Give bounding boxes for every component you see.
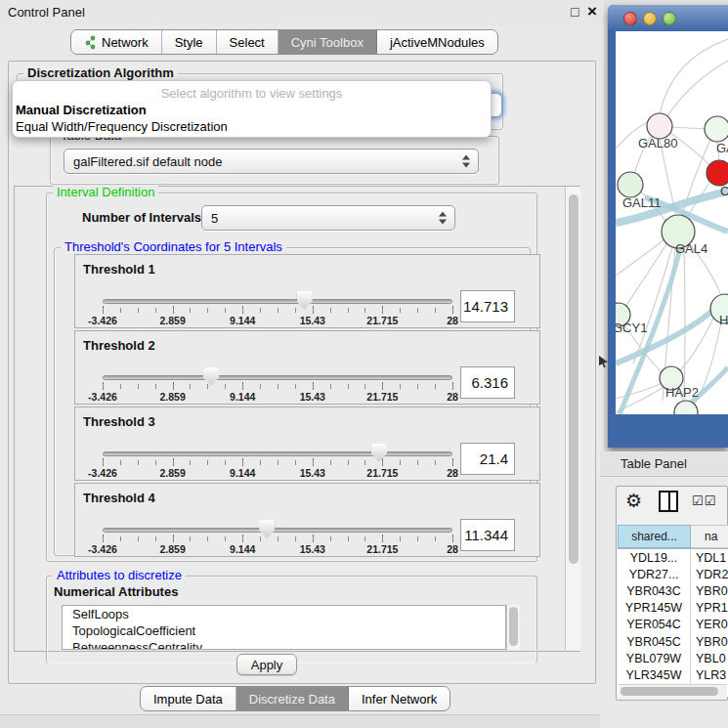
cell: YDL1 xyxy=(691,549,728,566)
cell: YBL079W xyxy=(618,650,691,666)
node-red-selected[interactable] xyxy=(707,160,728,186)
node-label-gal11: GAL11 xyxy=(622,195,662,210)
column-header-shared-name[interactable]: shared... xyxy=(618,525,691,548)
threshold-1-value-field[interactable]: 14.713 xyxy=(460,290,515,322)
threshold-4-label: Threshold 4 xyxy=(83,491,155,505)
float-panel-icon[interactable]: □ xyxy=(571,4,578,20)
column-layout-icon[interactable] xyxy=(659,491,678,512)
node-table: shared... na YDL19...YDL1 YDR27...YDR2 Y… xyxy=(618,525,728,697)
threshold-4-value-field[interactable]: 11.344 xyxy=(460,519,515,551)
control-panel-titlebar: Control Panel □ × xyxy=(0,0,604,25)
node-gal11[interactable] xyxy=(618,172,643,197)
tick-label: 21.715 xyxy=(366,315,398,326)
tab-style-label: Style xyxy=(175,35,203,50)
network-canvas[interactable]: GAL80 GA C GAL11 GAL4 GCY1 H HAP2 xyxy=(616,31,728,414)
tick-label: -3.426 xyxy=(88,315,117,326)
numerical-attributes-list[interactable]: SelfLoops TopologicalCoefficient Between… xyxy=(62,605,506,650)
table-row[interactable]: YBL079WYBL0 xyxy=(618,650,728,666)
tab-select[interactable]: Select xyxy=(217,30,278,54)
gear-icon[interactable]: ⚙ xyxy=(625,490,642,512)
tab-style[interactable]: Style xyxy=(162,30,217,54)
list-item[interactable]: SelfLoops xyxy=(63,606,505,622)
tick-label: 15.43 xyxy=(300,467,325,479)
network-icon xyxy=(84,35,97,50)
table-row[interactable]: YDR27...YDR2 xyxy=(618,566,728,582)
threshold-2-value-field[interactable]: 6.316 xyxy=(460,366,515,399)
settings-scrollbar[interactable] xyxy=(565,187,580,651)
column-header-name[interactable]: na xyxy=(691,525,728,548)
number-of-intervals-label: Number of Intervals xyxy=(82,210,201,225)
tab-impute-data[interactable]: Impute Data xyxy=(141,687,236,710)
close-traffic-light[interactable] xyxy=(623,12,637,25)
threshold-3-value-field[interactable]: 21.4 xyxy=(460,443,515,475)
network-view-window: GAL80 GA C GAL11 GAL4 GCY1 H HAP2 xyxy=(608,5,728,448)
table-data-combobox[interactable]: galFiltered.sif default node xyxy=(64,149,479,174)
tick-label: 2.859 xyxy=(159,315,185,326)
tab-cyni-toolbox[interactable]: Cyni Toolbox xyxy=(278,30,377,54)
network-window-titlebar[interactable] xyxy=(608,5,728,31)
tick-label: 15.43 xyxy=(300,391,325,403)
cell: YPR145W xyxy=(618,600,691,617)
tick-label: 21.715 xyxy=(366,467,398,479)
bottom-tab-bar: Impute Data Discretize Data Infer Networ… xyxy=(140,686,450,711)
tick-label: 2.859 xyxy=(159,391,185,403)
option-manual-discretization[interactable]: Manual Discretization xyxy=(16,103,147,117)
zoom-traffic-light[interactable] xyxy=(663,12,676,25)
node-label-gal80: GAL80 xyxy=(638,136,677,150)
cell: YDL19... xyxy=(618,549,691,566)
tick-label: 15.43 xyxy=(300,315,325,326)
tick-label: 28 xyxy=(447,315,458,326)
table-row[interactable]: YPR145WYPR1 xyxy=(618,600,728,617)
discretization-algorithm-label: Discretization Algorithm xyxy=(23,65,178,80)
option-equal-width-frequency[interactable]: Equal Width/Frequency Discretization xyxy=(16,119,228,134)
threshold-4-slider-thumb[interactable] xyxy=(259,520,275,538)
table-panel-title: Table Panel xyxy=(621,456,687,471)
threshold-3-slider-thumb[interactable] xyxy=(371,444,387,462)
threshold-2-label: Threshold 2 xyxy=(83,338,155,353)
table-panel-header: Table Panel xyxy=(600,451,728,477)
list-item[interactable]: BetweennessCentrality xyxy=(63,639,505,650)
table-row[interactable]: YER054CYER0 xyxy=(618,617,728,633)
tab-discretize-data[interactable]: Discretize Data xyxy=(236,687,349,710)
cell: YDR2 xyxy=(691,566,728,582)
node-label-cut: GA xyxy=(716,141,728,155)
threshold-1-slider-thumb[interactable] xyxy=(297,291,313,310)
table-row[interactable]: YDL19...YDL1 xyxy=(618,549,728,566)
tick-label: -3.426 xyxy=(88,391,117,403)
attributes-group-label: Attributes to discretize xyxy=(53,568,186,582)
threshold-2-slider-thumb[interactable] xyxy=(203,367,219,386)
attributes-list-scrollbar[interactable] xyxy=(506,605,520,650)
table-row[interactable]: YBR045CYBR0 xyxy=(618,633,728,650)
cell: YBR0 xyxy=(691,582,728,599)
threshold-3-label: Threshold 3 xyxy=(83,414,155,429)
minimize-traffic-light[interactable] xyxy=(643,12,657,25)
tab-jactivemnodules[interactable]: jActiveMNodules xyxy=(377,30,497,54)
network-graph: GAL80 GA C GAL11 GAL4 GCY1 H HAP2 xyxy=(616,31,728,414)
node-top-right[interactable] xyxy=(705,116,728,142)
select-columns-checkboxes-icon[interactable]: ☑☑ xyxy=(692,493,716,508)
tab-select-label: Select xyxy=(230,35,265,50)
cell: YBR045C xyxy=(618,633,691,650)
settings-scrollview: Interval Definition Number of Intervals … xyxy=(14,186,580,652)
close-panel-icon[interactable]: × xyxy=(587,2,597,21)
apply-button[interactable]: Apply xyxy=(236,654,297,675)
table-row[interactable]: YBR043CYBR0 xyxy=(618,582,728,599)
tab-network[interactable]: Network xyxy=(71,30,162,54)
tick-label: 2.859 xyxy=(159,543,185,555)
node-label-cut: C xyxy=(720,184,728,198)
table-header-row: shared... na xyxy=(618,525,728,549)
slider-scale-labels: -3.426 2.859 9.144 15.43 21.715 28 xyxy=(103,391,452,403)
tick-label: 28 xyxy=(447,543,458,555)
tick-label: 28 xyxy=(447,467,458,479)
table-horizontal-scrollbar[interactable] xyxy=(619,684,727,697)
cell: YER0 xyxy=(691,617,728,633)
table-row[interactable]: YLR345WYLR3 xyxy=(618,666,728,683)
tick-label: 9.144 xyxy=(230,543,255,555)
tab-infer-network[interactable]: Infer Network xyxy=(349,687,450,710)
bottom-strip xyxy=(0,715,604,728)
node-label-cut: H xyxy=(719,313,728,327)
list-item[interactable]: TopologicalCoefficient xyxy=(63,622,505,639)
tick-label: -3.426 xyxy=(88,467,117,479)
node-label-hap2: HAP2 xyxy=(665,385,699,400)
number-of-intervals-combobox[interactable]: 5 xyxy=(201,205,455,231)
